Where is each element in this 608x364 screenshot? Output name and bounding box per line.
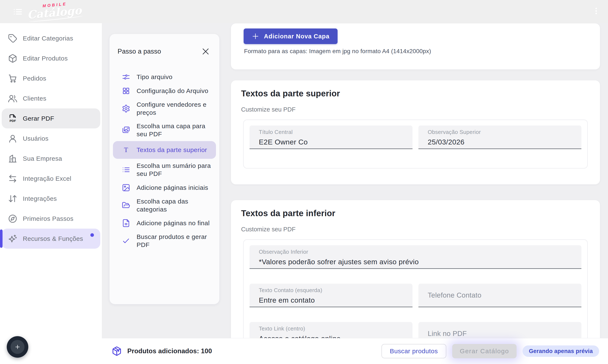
sidebar-item-label: Gerar PDF bbox=[23, 115, 54, 122]
footer-bar: Produtos adicionados: 100 Buscar produto… bbox=[102, 338, 608, 364]
topbar: MOBILE Catálogo bbox=[0, 0, 608, 23]
list-icon bbox=[122, 166, 130, 174]
texto-contato-label: Texto Contato (esquerda) bbox=[259, 287, 408, 294]
products-count: Produtos adicionados: 100 bbox=[112, 346, 212, 356]
step-label: Tipo arquivo bbox=[136, 73, 173, 81]
sidebar-item-integracao-excel[interactable]: Integração Excel bbox=[2, 169, 100, 189]
step-label: Configuração do Arquivo bbox=[136, 87, 208, 95]
step-label: Configure vendedores e preços bbox=[136, 101, 212, 117]
step-configuracao-arquivo[interactable]: Configuração do Arquivo bbox=[113, 84, 216, 98]
search-products-button[interactable]: Buscar produtos bbox=[381, 344, 446, 358]
bottom-texts-panel: Observação Inferior *Valores poderão sof… bbox=[243, 239, 588, 338]
covers-card: Adicionar Nova Capa Formato para as capa… bbox=[231, 23, 600, 70]
texto-link-label: Texto Link (centro) bbox=[259, 325, 408, 332]
user-icon bbox=[8, 134, 17, 143]
step-label: Escolha um sumário para seu PDF bbox=[136, 162, 212, 178]
plus-icon bbox=[11, 340, 25, 354]
tag-icon bbox=[8, 34, 17, 43]
link-no-pdf-label: Link no PDF bbox=[428, 330, 467, 338]
stepper-title: Passo a passo bbox=[118, 48, 161, 55]
sidebar-item-label: Sua Empresa bbox=[23, 155, 62, 162]
sidebar-item-editar-categorias[interactable]: Editar Categorias bbox=[2, 28, 100, 48]
gear-icon bbox=[122, 104, 130, 113]
file-text-icon bbox=[122, 219, 130, 227]
bottom-texts-title: Textos da parte inferior bbox=[241, 208, 335, 218]
texto-link-value: Acesse o catálogo online bbox=[259, 335, 408, 338]
add-new-cover-label: Adicionar Nova Capa bbox=[264, 33, 330, 40]
cart-icon bbox=[8, 74, 17, 83]
preview-only-badge: Gerando apenas prévia bbox=[523, 345, 599, 357]
sidebar-item-label: Editar Produtos bbox=[23, 55, 68, 62]
sidebar-item-pedidos[interactable]: Pedidos bbox=[2, 68, 100, 88]
compass-icon bbox=[8, 214, 17, 223]
sidebar-item-sua-empresa[interactable]: Sua Empresa bbox=[2, 148, 100, 169]
svg-text:PDF: PDF bbox=[10, 119, 16, 122]
generate-catalog-button[interactable]: Gerar Catálogo bbox=[452, 344, 517, 358]
sidebar-item-label: Pedidos bbox=[23, 75, 46, 82]
sidebar-item-editar-produtos[interactable]: Editar Produtos bbox=[2, 48, 100, 68]
add-fab-button[interactable] bbox=[7, 336, 28, 358]
link-no-pdf-field[interactable]: Link no PDF bbox=[419, 322, 581, 338]
sparkles-icon bbox=[8, 234, 17, 243]
cover-format-hint: Formato para as capas: Imagem em jpg no … bbox=[244, 48, 431, 55]
package-icon bbox=[112, 346, 122, 356]
sidebar-item-usuarios[interactable]: Usuários bbox=[2, 129, 100, 148]
observacao-superior-field[interactable]: Observação Superior 25/03/2026 bbox=[419, 126, 581, 149]
step-buscar-produtos-gerar[interactable]: Buscar produtos e gerar PDF bbox=[113, 230, 216, 251]
observacao-superior-value: 25/03/2026 bbox=[428, 138, 577, 146]
bottom-texts-subtitle: Customize seu PDF bbox=[241, 226, 296, 233]
app-logo: MOBILE Catálogo bbox=[24, 0, 70, 24]
step-adicione-paginas-final[interactable]: Adicione páginas no final bbox=[113, 216, 216, 230]
stepper-steps: Tipo arquivo Configuração do Arquivo bbox=[109, 70, 219, 251]
step-escolha-capa-categorias[interactable]: Escolha capa das categorias bbox=[113, 195, 216, 216]
sidebar-menu: Editar Categorias Editar Produtos bbox=[0, 23, 102, 249]
sidebar-item-gerar-pdf[interactable]: PDF Gerar PDF bbox=[2, 108, 100, 129]
sidebar-item-integracoes[interactable]: Integrações bbox=[2, 189, 100, 208]
sidebar-item-recursos-funcoes[interactable]: Recursos & Funções bbox=[2, 229, 100, 249]
sidebar-item-label: Integração Excel bbox=[23, 175, 71, 182]
step-escolha-capa[interactable]: Escolha uma capa para seu PDF bbox=[113, 120, 216, 141]
photos-icon bbox=[122, 126, 130, 134]
step-configure-vendedores[interactable]: Configure vendedores e preços bbox=[113, 98, 216, 119]
swap-vertical-icon bbox=[8, 194, 17, 203]
telefone-contato-field[interactable]: Telefone Contato bbox=[419, 284, 581, 307]
sidebar-item-clientes[interactable]: Clientes bbox=[2, 88, 100, 108]
sidebar-item-label: Integrações bbox=[23, 195, 57, 202]
text-icon: T bbox=[122, 146, 130, 154]
check-icon bbox=[122, 237, 130, 245]
bottom-texts-card: Textos da parte inferior Customize seu P… bbox=[231, 200, 600, 338]
sidebar: Editar Categorias Editar Produtos bbox=[0, 23, 102, 364]
sidebar-item-label: Editar Categorias bbox=[23, 35, 73, 42]
top-texts-card: Textos da parte superior Customize seu P… bbox=[231, 80, 600, 184]
sidebar-item-primeiros-passos[interactable]: Primeiros Passos bbox=[2, 208, 100, 229]
svg-text:T: T bbox=[124, 146, 128, 154]
titulo-central-field[interactable]: Título Central E2E Owner Co bbox=[250, 126, 413, 149]
step-textos-superior[interactable]: T Textos da parte superior bbox=[113, 141, 216, 159]
menu-list-icon[interactable] bbox=[12, 6, 23, 17]
plus-icon bbox=[252, 32, 259, 40]
top-texts-subtitle: Customize seu PDF bbox=[241, 106, 296, 113]
add-new-cover-button[interactable]: Adicionar Nova Capa bbox=[244, 28, 338, 44]
texto-contato-value: Entre em contato bbox=[259, 296, 408, 304]
titulo-central-value: E2E Owner Co bbox=[259, 138, 408, 146]
step-label: Escolha uma capa para seu PDF bbox=[136, 122, 212, 138]
grid-icon bbox=[122, 87, 130, 95]
step-escolha-sumario[interactable]: Escolha um sumário para seu PDF bbox=[113, 159, 216, 180]
observacao-inferior-label: Observação Inferior bbox=[259, 249, 577, 255]
texto-contato-field[interactable]: Texto Contato (esquerda) Entre em contat… bbox=[250, 284, 413, 307]
step-label: Adicione páginas iniciais bbox=[136, 184, 208, 192]
cube-icon bbox=[8, 54, 17, 63]
notification-dot bbox=[90, 233, 94, 237]
close-icon[interactable] bbox=[200, 46, 211, 57]
top-texts-title: Textos da parte superior bbox=[241, 89, 340, 98]
step-adicione-paginas-iniciais[interactable]: Adicione páginas iniciais bbox=[113, 181, 216, 195]
kebab-menu-icon[interactable] bbox=[592, 7, 600, 17]
step-label: Buscar produtos e gerar PDF bbox=[136, 233, 212, 249]
folder-open-icon bbox=[122, 201, 130, 210]
step-tipo-arquivo[interactable]: Tipo arquivo bbox=[113, 70, 216, 84]
image-icon bbox=[122, 183, 130, 192]
texto-link-field[interactable]: Texto Link (centro) Acesse o catálogo on… bbox=[250, 322, 413, 338]
products-count-label: Produtos adicionados: 100 bbox=[127, 347, 212, 355]
observacao-inferior-field[interactable]: Observação Inferior *Valores poderão sof… bbox=[250, 245, 581, 269]
app-root: MOBILE Catálogo Editar Categorias bbox=[0, 0, 608, 364]
